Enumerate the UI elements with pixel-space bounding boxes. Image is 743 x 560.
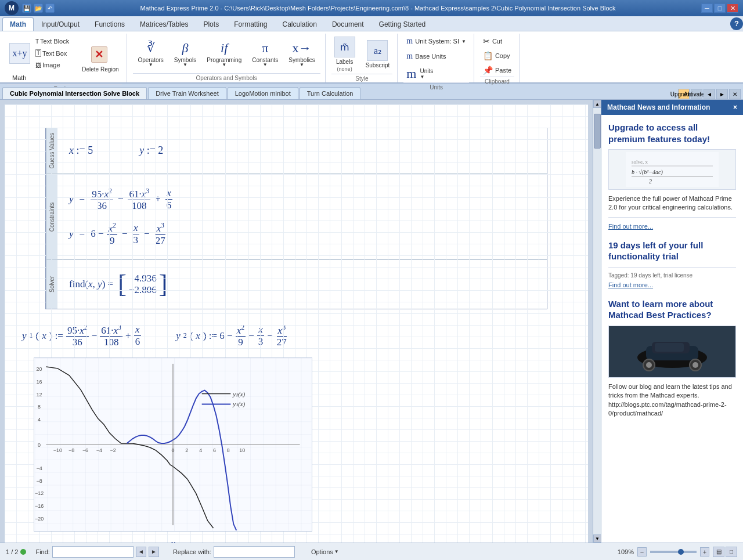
guess-values-label: Guess Values [46,128,57,174]
tab-nav-left[interactable]: ◄ [704,89,715,99]
tab-nav-right[interactable]: ► [716,89,728,99]
find-input[interactable] [52,546,134,558]
activate-button[interactable]: Activate... [691,89,702,99]
operators-button[interactable]: ∛ Operators ▼ [135,39,166,69]
subscript-button[interactable]: a₂ Subscript [363,38,393,70]
title-icon-save[interactable]: 💾 [22,3,31,13]
help-button[interactable]: ? [730,17,743,30]
scroll-track[interactable] [593,108,601,534]
replace-label: Replace with: [173,548,211,555]
svg-text:y₁(x): y₁(x) [232,401,245,409]
ribbon-group-units: m Unit System: SI ▼ m Base Units m Units… [399,34,474,82]
tab-plots[interactable]: Plots [196,17,226,31]
scroll-up-button[interactable]: ▲ [593,100,601,108]
image-button[interactable]: 🖼 Image [33,60,72,70]
status-dot [20,549,26,555]
zoom-slider[interactable] [650,551,697,553]
solve-block: Guess Values x := 5 y := 2 [45,128,547,309]
zoom-minus-button[interactable]: − [637,547,647,557]
tab-document[interactable]: Document [324,17,372,31]
zoom-slider-thumb[interactable] [678,549,684,555]
svg-text:−4: −4 [96,447,102,453]
worksheet-wrapper: Guess Values x := 5 y := 2 [0,100,601,543]
trial-tag: Tagged: 19 days left, trial license [608,272,736,279]
math-button[interactable]: x+y [9,43,30,64]
title-bar-icons: 💾 📂 ↶ [22,3,55,13]
worksheet-scroll[interactable]: Guess Values x := 5 y := 2 [0,100,593,543]
find-next-button[interactable]: ► [149,547,159,557]
constraints-label: Constraints [46,174,57,259]
doc-tab-cubic[interactable]: Cubic Polynomial Intersection Solve Bloc… [2,87,147,99]
symbols-button[interactable]: β Symbols ▼ [171,39,199,69]
replace-input[interactable] [214,546,295,558]
trial-title: 19 days left of your full functionality … [608,240,736,262]
title-bar-left: M 💾 📂 ↶ [5,1,55,15]
tab-close-button[interactable]: ✕ [729,89,741,99]
text-box-button[interactable]: T Text Box [33,48,72,59]
units-system-row[interactable]: m Unit System: SI ▼ [403,35,469,48]
ribbon-group-style: m̃ Labels (none) a₂ Subscript Style [327,34,398,82]
cut-button[interactable]: ✂ Cut [480,35,514,48]
vertical-scrollbar[interactable]: ▲ ▼ [593,100,601,543]
title-icon-open[interactable]: 📂 [34,3,43,13]
doc-tab-turn[interactable]: Turn Calculation [300,87,361,99]
programming-button[interactable]: if Programming ▼ [204,39,244,69]
maximize-button[interactable]: □ [714,3,726,13]
doc-tab-logomotion[interactable]: LogoMotion minibot [228,87,298,99]
svg-text:−8: −8 [68,447,74,453]
delete-region-button[interactable]: ✕ Delete Region [79,45,121,74]
news-panel-header: Mathcad News and Information × [601,100,743,115]
constants-button[interactable]: π Constants ▼ [249,39,281,69]
scroll-down-button[interactable]: ▼ [593,534,601,543]
base-units-button[interactable]: m Base Units [403,50,469,63]
tab-input-output[interactable]: Input/Output [34,17,87,31]
upgrade-link[interactable]: Find out more... [608,223,653,230]
title-icon-undo[interactable]: ↶ [45,3,55,13]
best-practices-title: Want to learn more about Mathcad Best Pr… [608,298,736,321]
tab-calculation[interactable]: Calculation [275,17,324,31]
units-label: Units [403,82,469,92]
svg-text:16: 16 [37,379,42,385]
labels-button[interactable]: m̃ Labels (none) [331,35,358,74]
paste-button[interactable]: 📌 Paste [480,64,514,77]
car-image-svg [614,326,730,378]
tab-math[interactable]: Math [2,17,34,31]
svg-text:2: 2 [649,178,652,185]
tab-getting-started[interactable]: Getting Started [372,17,434,31]
units-button[interactable]: m Units ▼ [403,65,469,82]
math-solve-group: x+y T Text Block T Text Box 🖼 Image [7,35,74,84]
copy-button[interactable]: 📋 Copy [480,49,514,62]
news-panel-close[interactable]: × [733,103,737,111]
tab-functions[interactable]: Functions [87,17,132,31]
doc-tab-controls: Upgrade... Activate... ◄ ► ✕ [678,89,743,99]
doc-tab-drivetrain[interactable]: Drive Train Worksheet [148,87,226,99]
svg-text:−4: −4 [36,465,42,471]
operators-content: ∛ Operators ▼ β Symbols ▼ if Programming… [135,35,318,73]
find-prev-button[interactable]: ◄ [136,547,146,557]
svg-text:−16: −16 [35,504,44,510]
clipboard-content: ✂ Cut 📋 Copy 📌 Paste [480,35,514,77]
view-buttons: ▤ □ [713,547,737,557]
svg-text:−10: −10 [53,447,62,453]
view-print-button[interactable]: □ [726,547,737,557]
close-button[interactable]: ✕ [727,3,738,13]
upgrade-title: Upgrade to access all premium features t… [608,122,736,144]
zoom-plus-button[interactable]: + [700,547,709,557]
tab-formatting[interactable]: Formatting [226,17,275,31]
upgrade-divider [608,217,736,218]
view-normal-button[interactable]: ▤ [713,547,724,557]
trial-link[interactable]: Find out more... [608,281,653,288]
graph-svg[interactable]: 0 4 8 12 16 20 −4 −8 −12 −16 −20 [34,357,312,532]
options-button[interactable]: Options ▼ [309,548,341,556]
svg-rect-44 [655,343,684,352]
tab-matrices-tables[interactable]: Matrices/Tables [132,17,196,31]
minimize-button[interactable]: ─ [701,3,713,13]
scroll-thumb[interactable] [594,114,601,149]
ribbon-group-operators: ∛ Operators ▼ β Symbols ▼ if Programming… [128,34,326,82]
text-block-button[interactable]: T Text Block [33,36,72,46]
ribbon-group-regions: x+y T Text Block T Text Box 🖼 Image [2,34,127,82]
section-guess-values: Guess Values x := 5 y := 2 [46,128,547,174]
svg-text:b · √(b²−4ac): b · √(b²−4ac) [632,169,663,176]
symbolics-button[interactable]: x→ Symbolics ▼ [286,39,318,69]
svg-text:0: 0 [38,442,41,448]
